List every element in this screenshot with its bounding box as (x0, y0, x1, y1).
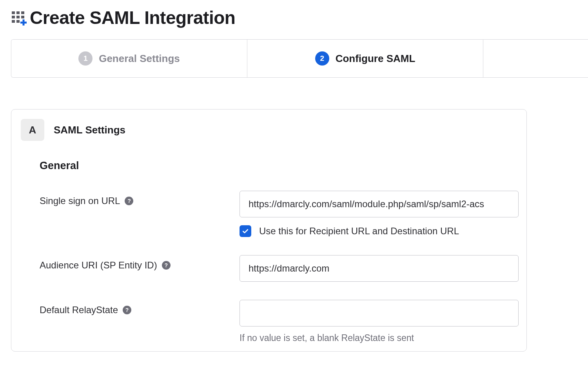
help-icon[interactable]: ? (162, 261, 171, 270)
field-row-relay-state: Default RelayState ? If no value is set,… (40, 300, 508, 343)
step-general-settings[interactable]: 1 General Settings (11, 40, 247, 77)
step-configure-saml[interactable]: 2 Configure SAML (247, 40, 483, 77)
page-title: Create SAML Integration (30, 7, 235, 28)
field-row-audience-uri: Audience URI (SP Entity ID) ? (40, 255, 508, 282)
step-number: 1 (78, 51, 93, 66)
svg-rect-9 (23, 20, 25, 26)
step-next-placeholder (483, 40, 588, 77)
step-number: 2 (315, 51, 329, 66)
sso-url-input[interactable] (240, 191, 519, 217)
svg-rect-0 (12, 11, 15, 14)
checkbox-label: Use this for Recipient URL and Destinati… (259, 226, 459, 237)
section-title: SAML Settings (54, 124, 125, 136)
section-badge: A (21, 119, 44, 141)
svg-rect-2 (21, 11, 24, 14)
svg-rect-4 (16, 16, 20, 18)
use-for-recipient-destination-checkbox[interactable] (240, 225, 251, 237)
help-icon[interactable]: ? (125, 197, 133, 205)
app-grid-icon (11, 10, 27, 26)
svg-rect-5 (21, 16, 24, 18)
step-label: Configure SAML (336, 53, 416, 65)
svg-rect-1 (16, 11, 20, 14)
svg-rect-7 (16, 20, 20, 23)
step-label: General Settings (99, 53, 180, 65)
svg-rect-3 (12, 16, 15, 18)
sso-url-label: Single sign on URL (40, 195, 120, 206)
audience-uri-input[interactable] (240, 255, 519, 282)
wizard-steps: 1 General Settings 2 Configure SAML (11, 39, 588, 78)
subsection-title: General (40, 160, 508, 172)
audience-uri-label: Audience URI (SP Entity ID) (40, 260, 157, 271)
saml-settings-panel: A SAML Settings General Single sign on U… (11, 109, 527, 352)
svg-rect-6 (12, 20, 15, 23)
relay-state-help-text: If no value is set, a blank RelayState i… (240, 333, 519, 343)
relay-state-label: Default RelayState (40, 305, 118, 316)
field-row-sso-url: Single sign on URL ? Use this for Recipi… (40, 191, 508, 237)
relay-state-input[interactable] (240, 300, 519, 326)
help-icon[interactable]: ? (123, 306, 131, 314)
